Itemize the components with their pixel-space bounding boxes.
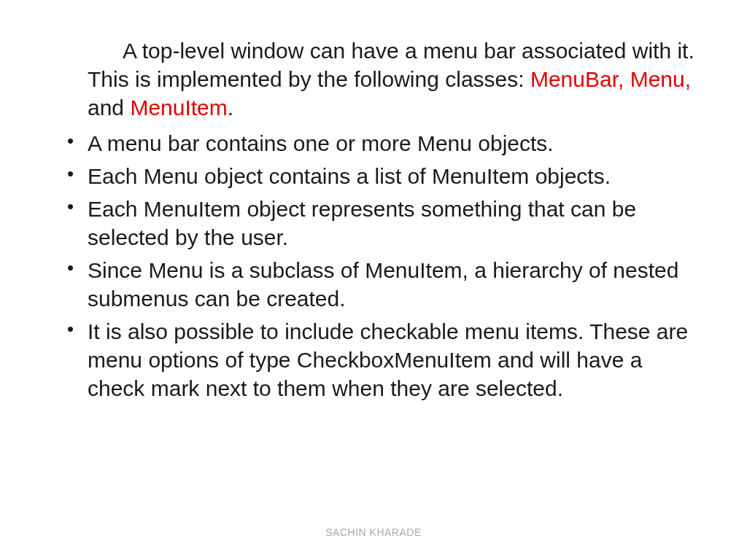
list-item: It is also possible to include checkable… [88, 317, 703, 402]
list-item: A menu bar contains one or more Menu obj… [88, 129, 703, 158]
intro-highlight-1: MenuBar, Menu, [530, 67, 691, 91]
list-item: Each MenuItem object represents somethin… [88, 195, 703, 252]
list-item: Each Menu object contains a list of Menu… [88, 162, 703, 190]
intro-highlight-2: MenuItem [130, 96, 227, 120]
bullet-list: A menu bar contains one or more Menu obj… [44, 129, 703, 402]
intro-paragraph: A top-level window can have a menu bar a… [44, 36, 703, 122]
footer-author: SACHIN KHARADE [0, 526, 747, 538]
intro-text-2: and [88, 96, 130, 120]
intro-text-3: . [228, 96, 233, 120]
list-item: Since Menu is a subclass of MenuItem, a … [88, 256, 703, 313]
